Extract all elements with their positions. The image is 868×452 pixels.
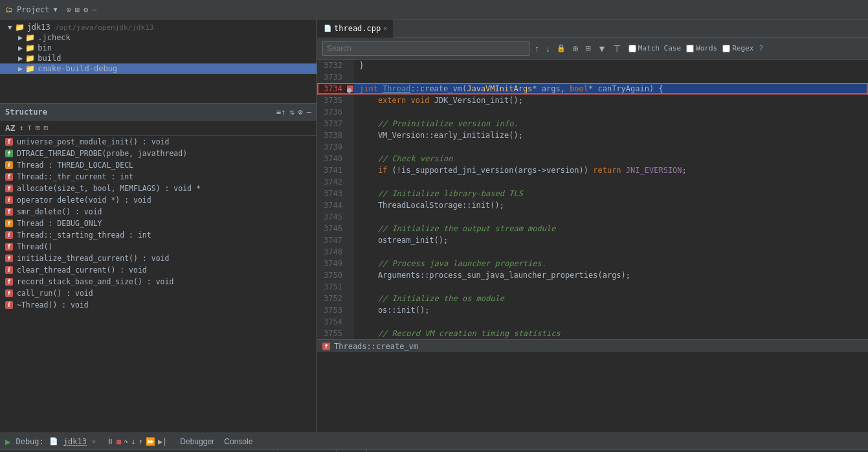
struct-item-14[interactable]: f ~Thread() : void bbox=[0, 299, 317, 311]
struct-item-name: initialize_thread_current() : void bbox=[17, 254, 169, 263]
line-num-3734: 3734 bbox=[317, 83, 346, 95]
tree-item-jcheck[interactable]: ▶ 📁 .jcheck bbox=[0, 32, 317, 43]
tree-root[interactable]: ▼ 📁 jdk13 /opt/java/openjdk/jdk13 bbox=[0, 22, 317, 32]
struct-item-11[interactable]: f clear_thread_current() : void bbox=[0, 264, 317, 276]
code-3737: // Preinitialize version info. bbox=[354, 118, 868, 130]
words-option[interactable]: Words bbox=[686, 44, 717, 52]
debug-tab-name[interactable]: jdk13 bbox=[63, 437, 87, 446]
code-3754 bbox=[354, 316, 868, 328]
pause-icon[interactable]: ⏸ bbox=[106, 437, 114, 446]
code-row-3739: 3739 bbox=[317, 141, 868, 153]
code-row-3750: 3750 Arguments::process_sun_java_launche… bbox=[317, 269, 868, 281]
regex-checkbox[interactable] bbox=[722, 45, 730, 52]
top-icon-minimize[interactable]: — bbox=[92, 5, 96, 14]
struct-item-name: Thread : THREAD_LOCAL_DECL bbox=[17, 161, 133, 170]
code-row-3738: 3738 VM_Version::early_initialize(); bbox=[317, 130, 868, 141]
top-icon-split[interactable]: ⊞ bbox=[75, 5, 80, 14]
stop-icon[interactable]: ■ bbox=[117, 437, 121, 446]
words-checkbox[interactable] bbox=[686, 45, 694, 52]
line-num-3737: 3737 bbox=[317, 118, 346, 130]
project-dropdown-icon[interactable]: ▼ bbox=[54, 6, 58, 13]
console-tab-button[interactable]: Console bbox=[221, 437, 255, 446]
tree-item-cmake[interactable]: ▶ 📁 cmake-build-debug bbox=[0, 63, 317, 74]
debug-tab-close[interactable]: ✕ bbox=[92, 438, 96, 445]
code-3741: if (!is_supported_jni_version(args->vers… bbox=[354, 164, 868, 176]
search-input[interactable] bbox=[322, 41, 529, 56]
struct-item-3[interactable]: f Thread::_thr_current : int bbox=[0, 171, 317, 183]
resume-icon[interactable]: ⏩ bbox=[146, 437, 155, 446]
sort-type-icon[interactable]: ↕ bbox=[19, 124, 24, 132]
tree-item-label: build bbox=[38, 54, 61, 63]
code-row-3734: 3734 ● jint Thread::create_vm(JavaVMInit… bbox=[317, 83, 868, 95]
struct-item-9[interactable]: f Thread() bbox=[0, 241, 317, 253]
line-num-3752: 3752 bbox=[317, 293, 346, 304]
badge-f: f bbox=[5, 254, 13, 262]
tab-thread-cpp[interactable]: 📄 thread.cpp ✕ bbox=[317, 19, 394, 38]
struct-item-13[interactable]: f call_run() : void bbox=[0, 288, 317, 299]
code-3732: } bbox=[354, 60, 868, 71]
structure-minimize-icon[interactable]: — bbox=[307, 107, 311, 117]
struct-item-6[interactable]: f smr_delete() : void bbox=[0, 206, 317, 218]
struct-item-1[interactable]: f DTRACE_THREAD_PROBE(probe, javathread) bbox=[0, 148, 317, 159]
struct-item-0[interactable]: f universe_post_module_init() : void bbox=[0, 136, 317, 148]
struct-item-5[interactable]: f operator delete(void *) : void bbox=[0, 194, 317, 206]
search-plus-button[interactable]: ⊕ bbox=[571, 44, 580, 53]
code-3752: // Initialize the os module bbox=[354, 293, 868, 304]
tree-item-bin[interactable]: ▶ 📁 bin bbox=[0, 43, 317, 53]
debug-run-icon[interactable]: ▶ bbox=[5, 436, 10, 447]
search-down-button[interactable]: ↓ bbox=[544, 43, 551, 54]
folder-icon-project: 📁 bbox=[15, 23, 25, 32]
code-3738: VM_Version::early_initialize(); bbox=[354, 130, 868, 141]
regex-option[interactable]: Regex bbox=[722, 44, 753, 52]
filter-icon[interactable]: ⊤ bbox=[27, 124, 32, 132]
debug-action-icons: ⏸ ■ ↷ ↓ ↑ ⏩ ▶| bbox=[106, 437, 167, 446]
line-num-3741: 3741 bbox=[317, 164, 346, 176]
match-case-checkbox[interactable] bbox=[629, 45, 636, 52]
line-num-3749: 3749 bbox=[317, 258, 346, 269]
struct-item-2[interactable]: f Thread : THREAD_LOCAL_DECL bbox=[0, 159, 317, 171]
sort-az-icon[interactable]: AZ bbox=[5, 123, 16, 133]
struct-item-name: Thread : DEBUG_ONLY bbox=[17, 219, 102, 228]
line-num-3744: 3744 bbox=[317, 199, 346, 211]
collapse-icon: ▼ bbox=[8, 23, 12, 32]
tree-item-label: bin bbox=[38, 43, 52, 52]
top-icon-gear[interactable]: ⚙ bbox=[83, 5, 88, 14]
hint-text: Threads::create_vm bbox=[334, 342, 418, 351]
struct-item-8[interactable]: f Thread::_starting_thread : int bbox=[0, 229, 317, 241]
tree-item-build[interactable]: ▶ 📁 build bbox=[0, 53, 317, 63]
struct-item-4[interactable]: f allocate(size_t, bool, MEMFLAGS) : voi… bbox=[0, 183, 317, 194]
search-funnel-button[interactable]: ⊤ bbox=[612, 43, 622, 54]
sort-alpha-icon[interactable]: ≡↑ bbox=[276, 107, 285, 117]
code-row-3732: 3732 } bbox=[317, 60, 868, 71]
step-into-icon[interactable]: ↓ bbox=[131, 437, 135, 446]
search-copy-button[interactable]: ⊞ bbox=[584, 44, 592, 52]
struct-item-10[interactable]: f initialize_thread_current() : void bbox=[0, 253, 317, 264]
tree-arrow: ▶ bbox=[18, 64, 23, 73]
expand-icon[interactable]: ⊟ bbox=[44, 124, 49, 132]
editor-bottom-hint: f Threads::create_vm bbox=[317, 339, 868, 352]
struct-item-name: smr_delete() : void bbox=[17, 207, 102, 216]
tab-close-button[interactable]: ✕ bbox=[383, 25, 387, 32]
step-out-icon[interactable]: ↑ bbox=[139, 437, 143, 446]
code-row-3743: 3743 // Initialize library-based TLS bbox=[317, 188, 868, 199]
code-row-3740: 3740 // Check version bbox=[317, 153, 868, 164]
code-area[interactable]: 3732 } 3733 3734 ● jint Thread::create_v… bbox=[317, 60, 868, 433]
struct-item-7[interactable]: f Thread : DEBUG_ONLY bbox=[0, 218, 317, 229]
help-button[interactable]: ? bbox=[759, 44, 763, 53]
search-lock-button[interactable]: 🔒 bbox=[555, 44, 567, 52]
run-cursor-icon[interactable]: ▶| bbox=[158, 437, 167, 446]
search-up-button[interactable]: ↑ bbox=[533, 43, 540, 54]
search-filter-button[interactable]: ▼ bbox=[596, 43, 608, 54]
step-over-icon[interactable]: ↷ bbox=[124, 437, 128, 446]
line-num-3738: 3738 bbox=[317, 130, 346, 141]
group-icon[interactable]: ⊞ bbox=[36, 124, 40, 132]
match-case-option[interactable]: Match Case bbox=[629, 44, 681, 52]
structure-gear-icon[interactable]: ⚙ bbox=[298, 107, 303, 117]
words-label: Words bbox=[696, 44, 717, 52]
debugger-tab-button[interactable]: Debugger bbox=[177, 437, 217, 446]
top-icon-globe[interactable]: ⊕ bbox=[67, 5, 71, 14]
struct-item-12[interactable]: f record_stack_base_and_size() : void bbox=[0, 276, 317, 288]
sort-icon[interactable]: ⇅ bbox=[289, 107, 294, 117]
structure-icons: ≡↑ ⇅ ⚙ — bbox=[276, 107, 311, 117]
badge-f: f bbox=[5, 161, 13, 169]
